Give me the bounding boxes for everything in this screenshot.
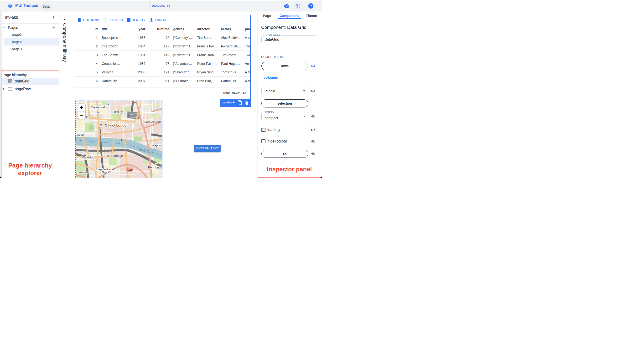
svg-text:Finsbury: Finsbury [112,110,122,114]
svg-text:Whitechapel: Whitechapel [144,120,162,123]
svg-text:City of London: City of London [105,123,128,127]
svg-text:Waterloo: Waterloo [82,156,94,159]
svg-text:Elephant and: Elephant and [96,168,114,171]
svg-text:Wapping: Wapping [152,143,162,147]
svg-text:Lambeth: Lambeth [76,170,89,174]
svg-text:A100: A100 [126,168,132,171]
svg-text:The Borough: The Borough [105,154,123,157]
svg-text:Castle: Castle [100,171,109,175]
svg-text:Garden: Garden [76,133,84,136]
svg-text:Bermondsey: Bermondsey [148,166,162,169]
svg-text:Clerkenwell: Clerkenwell [90,106,105,109]
